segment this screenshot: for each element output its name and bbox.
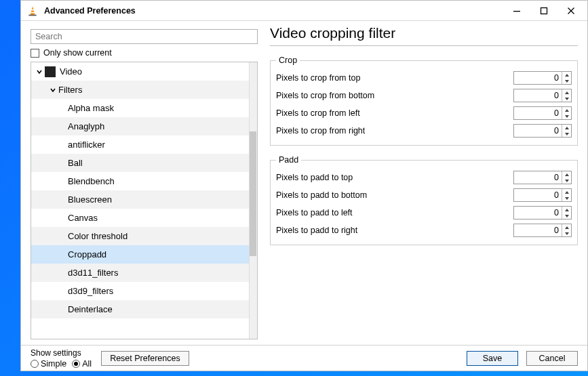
- spin-down-button[interactable]: [562, 78, 571, 84]
- field-label: Pixels to crop from top: [276, 73, 513, 83]
- svg-marker-20: [565, 209, 569, 211]
- tree-item-croppadd[interactable]: Croppadd: [31, 245, 249, 264]
- tree-item-filters[interactable]: Filters: [31, 81, 249, 99]
- svg-marker-14: [565, 127, 569, 129]
- only-show-current-checkbox[interactable]: Only show current: [31, 48, 258, 58]
- tree-item-bluescreen[interactable]: Bluescreen: [31, 190, 249, 209]
- svg-marker-15: [565, 133, 569, 135]
- tree-item-label: Blendbench: [68, 176, 115, 186]
- radio-icon: [72, 360, 80, 368]
- close-button[interactable]: [557, 2, 585, 20]
- chevron-down-icon: [49, 86, 57, 94]
- spin-value: 0: [514, 107, 562, 119]
- maximize-button[interactable]: [530, 2, 557, 20]
- tree-item-anaglyph[interactable]: Anaglyph: [31, 117, 249, 135]
- tree-item-video[interactable]: Video: [31, 62, 249, 81]
- spin-down-button[interactable]: [562, 131, 571, 137]
- spin-input[interactable]: 0: [513, 224, 572, 237]
- svg-marker-17: [565, 180, 569, 182]
- spin-input[interactable]: 0: [513, 171, 572, 184]
- field-row: Pixels to crop from right0: [276, 122, 572, 140]
- tree-item-alpha-mask[interactable]: Alpha mask: [31, 99, 249, 117]
- spin-down-button[interactable]: [562, 230, 571, 236]
- group-crop: CropPixels to crop from top0Pixels to cr…: [270, 56, 578, 146]
- spin-up-button[interactable]: [562, 171, 571, 177]
- spin-value: 0: [514, 189, 562, 201]
- tree-scrollbar[interactable]: [249, 62, 257, 339]
- svg-rect-4: [513, 11, 520, 12]
- window-title: Advanced Preferences: [44, 6, 503, 16]
- svg-rect-5: [541, 7, 547, 14]
- tree-item-label: Croppadd: [68, 249, 106, 259]
- spin-value: 0: [514, 224, 562, 236]
- bottom-bar: Show settings Simple All Reset Preferenc…: [21, 345, 587, 371]
- tree-item-deinterlace[interactable]: Deinterlace: [31, 300, 249, 318]
- preferences-tree: VideoFiltersAlpha maskAnaglyphantiflicke…: [31, 62, 258, 339]
- spin-up-button[interactable]: [562, 89, 571, 96]
- tree-item-label: Bluescreen: [68, 194, 112, 205]
- radio-icon: [31, 360, 39, 368]
- field-row: Pixels to padd to bottom0: [276, 186, 572, 204]
- spin-value: 0: [514, 89, 562, 102]
- tree-item-blendbench[interactable]: Blendbench: [31, 172, 249, 190]
- field-row: Pixels to crop from top0: [276, 69, 572, 87]
- spin-up-button[interactable]: [562, 207, 571, 213]
- svg-marker-12: [565, 109, 569, 112]
- svg-marker-8: [565, 74, 569, 77]
- field-label: Pixels to padd to left: [276, 208, 513, 217]
- cancel-button[interactable]: Cancel: [526, 351, 578, 366]
- spin-up-button[interactable]: [562, 72, 571, 78]
- field-row: Pixels to padd to top0: [276, 169, 572, 186]
- spin-up-button[interactable]: [562, 224, 571, 230]
- spin-up-button[interactable]: [562, 107, 571, 113]
- spin-input[interactable]: 0: [513, 206, 572, 220]
- spin-up-button[interactable]: [562, 189, 571, 195]
- tree-item-d3d11-filters[interactable]: d3d11_filters: [31, 264, 249, 282]
- tree-item-d3d9-filters[interactable]: d3d9_filters: [31, 282, 249, 300]
- body: Only show current VideoFiltersAlpha mask…: [21, 21, 587, 345]
- tree-item-antiflicker[interactable]: antiflicker: [31, 135, 249, 154]
- tree-item-canvas[interactable]: Canvas: [31, 209, 249, 227]
- svg-rect-3: [28, 14, 36, 16]
- settings-mode-all[interactable]: All: [72, 359, 92, 369]
- field-label: Pixels to crop from left: [276, 108, 513, 118]
- svg-marker-18: [565, 191, 569, 194]
- tree-item-label: d3d11_filters: [68, 268, 118, 278]
- spin-down-button[interactable]: [562, 213, 571, 219]
- svg-rect-2: [31, 12, 35, 13]
- titlebar: Advanced Preferences: [21, 1, 587, 21]
- spin-input[interactable]: 0: [513, 106, 572, 120]
- tree-scroll-thumb[interactable]: [250, 131, 256, 256]
- search-input[interactable]: [31, 29, 258, 44]
- tree-item-label: Ball: [68, 158, 83, 168]
- right-pane: Video cropping filter CropPixels to crop…: [270, 29, 578, 339]
- reset-preferences-button[interactable]: Reset Preferences: [101, 351, 189, 366]
- spin-down-button[interactable]: [562, 195, 571, 201]
- tree-item-color-threshold[interactable]: Color threshold: [31, 227, 249, 245]
- field-label: Pixels to crop from bottom: [276, 91, 513, 100]
- save-button[interactable]: Save: [467, 351, 518, 366]
- spin-down-button[interactable]: [562, 113, 571, 119]
- settings-mode-simple[interactable]: Simple: [31, 359, 66, 369]
- spin-input[interactable]: 0: [513, 71, 572, 85]
- tree-item-ball[interactable]: Ball: [31, 154, 249, 172]
- svg-marker-19: [565, 197, 569, 200]
- field-row: Pixels to crop from bottom0: [276, 87, 572, 104]
- field-label: Pixels to padd to bottom: [276, 190, 513, 200]
- group-padd: PaddPixels to padd to top0Pixels to padd…: [270, 155, 578, 245]
- spin-input[interactable]: 0: [513, 89, 572, 102]
- field-row: Pixels to padd to left0: [276, 204, 572, 222]
- spin-down-button[interactable]: [562, 177, 571, 184]
- tree-item-label: Anaglyph: [68, 121, 104, 131]
- left-pane: Only show current VideoFiltersAlpha mask…: [31, 29, 258, 339]
- spin-value: 0: [514, 171, 562, 184]
- field-row: Pixels to padd to right0: [276, 222, 572, 239]
- spin-up-button[interactable]: [562, 125, 571, 131]
- svg-marker-21: [565, 215, 569, 217]
- spin-input[interactable]: 0: [513, 188, 572, 202]
- field-label: Pixels to crop from right: [276, 126, 513, 135]
- minimize-button[interactable]: [503, 2, 530, 20]
- field-row: Pixels to crop from left0: [276, 104, 572, 122]
- spin-input[interactable]: 0: [513, 124, 572, 138]
- spin-down-button[interactable]: [562, 96, 571, 102]
